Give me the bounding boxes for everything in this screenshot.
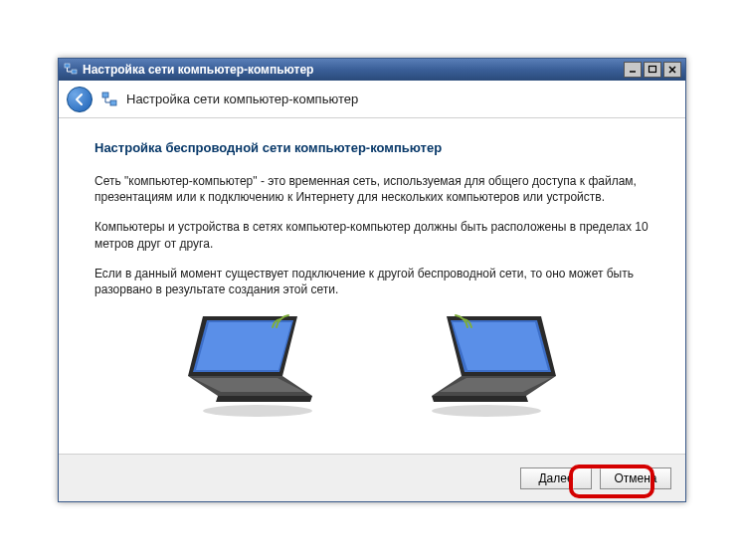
header-band: Настройка сети компьютер-компьютер	[59, 81, 685, 118]
content-area: Настройка беспроводной сети компьютер-ко…	[59, 118, 685, 421]
window-controls	[624, 62, 681, 78]
laptop-left	[173, 311, 322, 421]
footer: Далее Отмена	[59, 454, 685, 501]
svg-marker-11	[216, 396, 312, 402]
wifi-icon	[450, 309, 477, 334]
paragraph-2: Компьютеры и устройства в сетях компьюте…	[94, 219, 650, 251]
back-button[interactable]	[67, 87, 93, 112]
paragraph-3: Если в данный момент существует подключе…	[94, 266, 650, 297]
svg-point-12	[203, 405, 312, 417]
svg-rect-4	[102, 93, 108, 97]
page-heading: Настройка беспроводной сети компьютер-ко…	[94, 140, 650, 155]
header-title: Настройка сети компьютер-компьютер	[126, 92, 358, 106]
illustration	[94, 311, 650, 421]
svg-point-19	[432, 405, 541, 417]
titlebar: Настройка сети компьютер-компьютер	[59, 59, 685, 81]
paragraph-1: Сеть "компьютер-компьютер" - это временн…	[94, 173, 650, 205]
laptop-icon	[173, 311, 322, 421]
cancel-button[interactable]: Отмена	[600, 467, 671, 489]
svg-rect-1	[72, 70, 77, 74]
close-button[interactable]	[663, 62, 681, 78]
svg-rect-3	[650, 67, 656, 73]
svg-marker-18	[432, 396, 528, 402]
window-title: Настройка сети компьютер-компьютер	[83, 63, 624, 77]
minimize-button[interactable]	[624, 62, 642, 78]
laptop-icon	[422, 311, 571, 421]
app-icon	[63, 62, 79, 78]
svg-rect-0	[65, 64, 70, 68]
laptop-right	[422, 311, 571, 421]
wifi-icon	[267, 309, 294, 334]
maximize-button[interactable]	[644, 62, 661, 78]
network-icon	[100, 91, 118, 108]
next-button[interactable]: Далее	[520, 467, 592, 489]
wizard-window: Настройка сети компьютер-компьютер	[58, 58, 686, 502]
svg-rect-5	[110, 100, 116, 105]
